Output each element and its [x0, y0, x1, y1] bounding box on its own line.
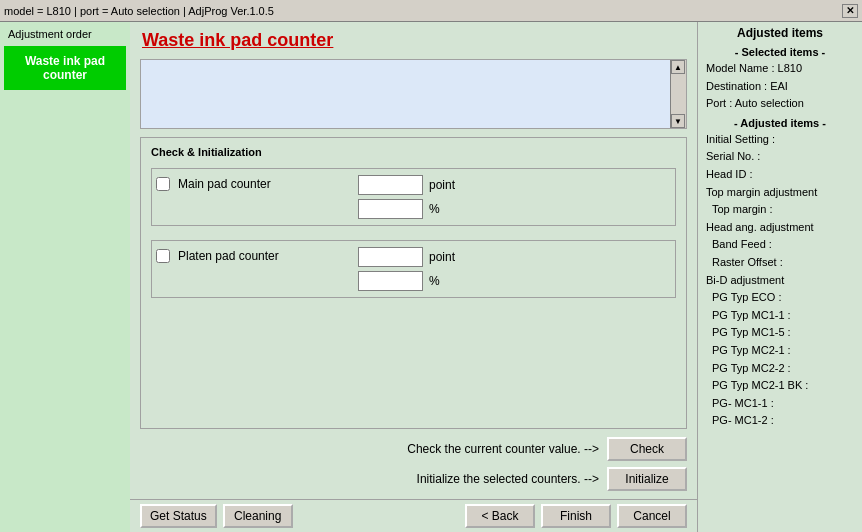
platen-pad-percent-unit: % — [429, 274, 440, 288]
head-id: Head ID : — [704, 166, 856, 184]
raster-offset: Raster Offset : — [704, 254, 856, 272]
pg-typ-mc22: PG Typ MC2-2 : — [704, 360, 856, 378]
main-pad-point-row: point — [358, 175, 455, 195]
main-pad-percent-unit: % — [429, 202, 440, 216]
finish-button[interactable]: Finish — [541, 504, 611, 528]
bottom-left: Get Status Cleaning — [140, 504, 293, 528]
scroll-down-button[interactable]: ▼ — [671, 114, 685, 128]
scroll-up-button[interactable]: ▲ — [671, 60, 685, 74]
initialize-button[interactable]: Initialize — [607, 467, 687, 491]
cancel-button[interactable]: Cancel — [617, 504, 687, 528]
main-layout: Adjustment order Waste ink pad counter W… — [0, 22, 862, 532]
display-scrollbar[interactable]: ▲ ▼ — [670, 60, 686, 128]
page-title: Waste ink pad counter — [130, 22, 697, 55]
platen-pad-inputs: point % — [358, 247, 455, 291]
init-action-label: Initialize the selected counters. --> — [417, 472, 599, 486]
cleaning-button[interactable]: Cleaning — [223, 504, 293, 528]
main-pad-checkbox-area[interactable] — [156, 177, 170, 191]
bottom-right: < Back Finish Cancel — [465, 504, 687, 528]
destination: Destination : EAI — [704, 78, 856, 96]
pg-mc1-2: PG- MC1-2 : — [704, 412, 856, 430]
pg-typ-eco: PG Typ ECO : — [704, 289, 856, 307]
get-status-button[interactable]: Get Status — [140, 504, 217, 528]
center-content: Waste ink pad counter ▲ ▼ Check & Initia… — [130, 22, 697, 532]
main-pad-percent-row: % — [358, 199, 455, 219]
check-action-row: Check the current counter value. --> Che… — [140, 437, 687, 461]
platen-pad-point-input[interactable] — [358, 247, 423, 267]
main-pad-point-input[interactable] — [358, 175, 423, 195]
head-ang-adj: Head ang. adjustment — [704, 219, 856, 237]
main-pad-percent-input[interactable] — [358, 199, 423, 219]
check-button[interactable]: Check — [607, 437, 687, 461]
adjusted-items-header: - Adjusted items - — [704, 117, 856, 129]
action-area: Check the current counter value. --> Che… — [130, 433, 697, 499]
sidebar-header: Adjustment order — [4, 26, 126, 42]
back-button[interactable]: < Back — [465, 504, 535, 528]
platen-pad-checkbox[interactable] — [156, 249, 170, 263]
main-pad-counter-row: Main pad counter point % — [151, 168, 676, 226]
top-margin: Top margin : — [704, 201, 856, 219]
main-pad-checkbox[interactable] — [156, 177, 170, 191]
sidebar: Adjustment order Waste ink pad counter — [0, 22, 130, 532]
platen-pad-percent-input[interactable] — [358, 271, 423, 291]
selected-items-header: - Selected items - — [704, 46, 856, 58]
pg-typ-mc21-bk: PG Typ MC2-1 BK : — [704, 377, 856, 395]
band-feed: Band Feed : — [704, 236, 856, 254]
close-button[interactable]: ✕ — [842, 4, 858, 18]
platen-pad-checkbox-area[interactable] — [156, 249, 170, 263]
platen-pad-percent-row: % — [358, 271, 455, 291]
port: Port : Auto selection — [704, 95, 856, 113]
right-panel-title: Adjusted items — [704, 26, 856, 40]
title-bar: model = L810 | port = Auto selection | A… — [0, 0, 862, 22]
platen-pad-counter-row: Platen pad counter point % — [151, 240, 676, 298]
bottom-bar: Get Status Cleaning < Back Finish Cancel — [130, 499, 697, 532]
main-pad-inputs: point % — [358, 175, 455, 219]
sidebar-item-waste-ink[interactable]: Waste ink pad counter — [4, 46, 126, 90]
main-pad-point-unit: point — [429, 178, 455, 192]
pg-typ-mc15: PG Typ MC1-5 : — [704, 324, 856, 342]
model-name: Model Name : L810 — [704, 60, 856, 78]
check-action-label: Check the current counter value. --> — [407, 442, 599, 456]
initial-setting: Initial Setting : — [704, 131, 856, 149]
platen-pad-label: Platen pad counter — [178, 247, 308, 263]
init-action-row: Initialize the selected counters. --> In… — [140, 467, 687, 491]
pg-typ-mc11: PG Typ MC1-1 : — [704, 307, 856, 325]
bid-adj: Bi-D adjustment — [704, 272, 856, 290]
right-panel: Adjusted items - Selected items - Model … — [697, 22, 862, 532]
pg-mc1-1: PG- MC1-1 : — [704, 395, 856, 413]
top-margin-adj: Top margin adjustment — [704, 184, 856, 202]
platen-pad-point-unit: point — [429, 250, 455, 264]
platen-pad-point-row: point — [358, 247, 455, 267]
check-section: Check & Initialization Main pad counter … — [140, 137, 687, 429]
display-area: ▲ ▼ — [140, 59, 687, 129]
serial-no: Serial No. : — [704, 148, 856, 166]
check-section-title: Check & Initialization — [151, 146, 676, 158]
title-bar-text: model = L810 | port = Auto selection | A… — [4, 5, 274, 17]
main-pad-label: Main pad counter — [178, 175, 308, 191]
pg-typ-mc21: PG Typ MC2-1 : — [704, 342, 856, 360]
